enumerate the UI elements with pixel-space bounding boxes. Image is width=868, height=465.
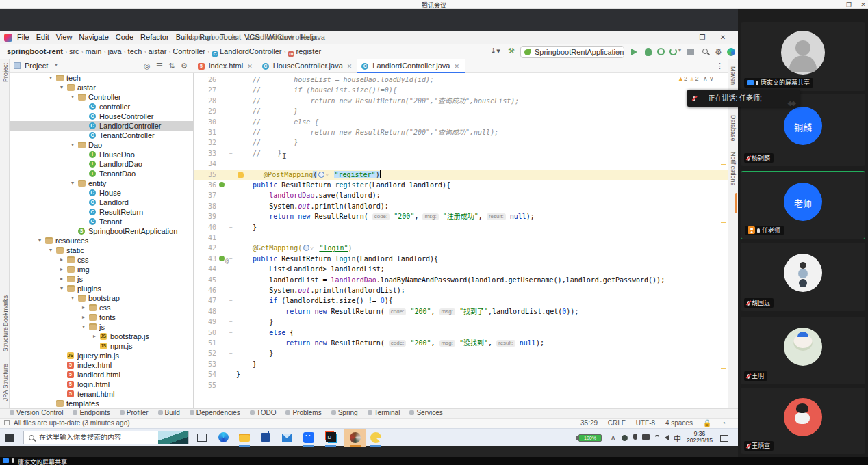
taskbar-search-input[interactable]: 在这里输入你要搜索的内容	[23, 431, 189, 444]
minimize-icon[interactable]: —	[827, 1, 839, 8]
fold-marker-icon[interactable]: −	[229, 295, 233, 306]
code-line-55[interactable]: 55	[194, 380, 728, 390]
caret-position[interactable]: 35:29	[580, 419, 598, 427]
stop-icon[interactable]	[687, 49, 694, 59]
tree-item-TenantDao[interactable]: ITenantDao	[10, 169, 193, 178]
code-line-28[interactable]: 28 // return new ResultReturn("200","查询成…	[194, 96, 728, 106]
tree-item-fonts[interactable]: ▸fonts	[10, 313, 193, 322]
stripe-label-structure[interactable]: Structure	[2, 327, 9, 352]
tree-item-Controller[interactable]: ▾Controller	[10, 92, 193, 102]
intention-bulb-icon[interactable]	[238, 172, 244, 178]
tree-item-tenant.html[interactable]: 5tenant.html	[10, 389, 193, 399]
code-line-34[interactable]: 34	[194, 159, 728, 169]
menu-refactor[interactable]: Refactor	[137, 31, 173, 43]
toolwindow-button-endpoints[interactable]: Endpoints	[73, 409, 110, 416]
toolwindow-button-version-control[interactable]: Version Control	[10, 409, 63, 416]
breadcrumb-item[interactable]: src	[69, 47, 79, 55]
tree-item-plugins[interactable]: ▾plugins	[10, 284, 193, 293]
toolwindow-button-build[interactable]: Build	[158, 409, 180, 416]
tree-item-TenantController[interactable]: CTenantController	[10, 131, 193, 140]
fold-marker-icon[interactable]: −	[229, 180, 233, 190]
chevron-down-icon[interactable]: ▾	[80, 322, 87, 332]
breadcrumb-item[interactable]: register	[296, 47, 321, 55]
tree-item-jquery.min.js[interactable]: JSjquery.min.js	[10, 351, 193, 360]
run-icon[interactable]	[631, 49, 637, 59]
code-line-31[interactable]: 31 // return new ResultReturn("200","查询成…	[194, 127, 728, 137]
chevron-down-icon[interactable]: ▾	[55, 62, 58, 68]
ime-indicator[interactable]: 中	[674, 433, 681, 444]
menu-edit[interactable]: Edit	[33, 31, 53, 43]
code-line-30[interactable]: 30 // else {	[194, 117, 728, 127]
vcs-status-text[interactable]: All files are up-to-date (3 minutes ago)	[14, 419, 130, 427]
code-line-45[interactable]: 45 landlordList = landlordDao.loadByName…	[194, 275, 728, 285]
intellij-idea-app-icon[interactable]	[323, 431, 338, 444]
code-line-47[interactable]: 47− if (landlordList.size() != 0){	[194, 295, 728, 306]
tree-item-js[interactable]: ▾js	[10, 322, 193, 332]
chevron-right-icon[interactable]: ▸	[91, 332, 98, 341]
chevron-down-icon[interactable]: ▾	[69, 178, 76, 188]
tab-options-icon[interactable]: ⋮	[716, 62, 724, 70]
battery-icon[interactable]: 100%	[578, 434, 602, 442]
tree-item-bootstrap.js[interactable]: ▸JSbootstrap.js	[10, 332, 193, 341]
tray-clock[interactable]: 9:36 2022/6/15	[685, 430, 715, 444]
code-line-53[interactable]: 53− }	[194, 359, 728, 369]
code-line-37[interactable]: 37 landlordDao.save(landlord);	[194, 190, 728, 200]
menu-view[interactable]: View	[53, 31, 76, 43]
tree-item-HouseController[interactable]: CHouseController	[10, 111, 193, 121]
tree-item-entity[interactable]: ▾entity	[10, 178, 193, 188]
tree-item-ResultReturn[interactable]: CResultReturn	[10, 207, 193, 217]
idea-restore-icon[interactable]: ❐	[695, 33, 710, 42]
tree-item-login.html[interactable]: 5login.html	[10, 380, 193, 389]
fold-marker-icon[interactable]: −	[229, 359, 233, 369]
code-line-52[interactable]: 52− }	[194, 348, 728, 358]
tree-item-js[interactable]: ▸js	[10, 274, 193, 284]
next-issue-icon[interactable]: ∨	[709, 75, 714, 82]
tray-wifi-icon[interactable]	[654, 432, 661, 442]
highlighted-app-tile[interactable]	[344, 429, 366, 447]
tree-item-Tenant[interactable]: CTenant	[10, 217, 193, 226]
tree-item-resources[interactable]: ▾resources	[10, 236, 193, 245]
tab-index.html[interactable]: 5index.html✕	[194, 59, 258, 73]
file-encoding[interactable]: UTF-8	[636, 419, 655, 427]
code-editor[interactable]: 26 // houseList = houseDao.loadById(id);…	[194, 73, 728, 418]
task-view-icon[interactable]	[194, 431, 209, 444]
code-line-32[interactable]: 32 // }	[194, 137, 728, 148]
menu-code[interactable]: Code	[112, 31, 137, 43]
breadcrumb-item[interactable]: springboot-rent	[7, 47, 63, 55]
error-stripe-mark[interactable]	[721, 368, 726, 369]
tree-item-css[interactable]: ▸css	[10, 255, 193, 265]
code-line-29[interactable]: 29 // }	[194, 106, 728, 116]
edge-icon[interactable]	[216, 431, 231, 444]
code-line-40[interactable]: 40− }	[194, 222, 728, 232]
start-button[interactable]	[5, 434, 14, 442]
update-project-icon[interactable]: ⇣▾	[490, 46, 500, 57]
chevron-right-icon[interactable]: ▸	[58, 255, 65, 265]
code-line-35[interactable]: 35 @PostMapping( "register")	[194, 170, 728, 180]
breadcrumb-item[interactable]: Controller	[173, 47, 205, 55]
menu-navigate[interactable]: Navigate	[75, 31, 112, 43]
notifications-icon[interactable]: ◔	[722, 419, 726, 427]
prev-issue-icon[interactable]: ∧	[703, 75, 708, 82]
chevron-right-icon[interactable]: ▸	[58, 265, 65, 274]
tencent-meeting-app-icon[interactable]	[301, 431, 316, 444]
spring-bean-icon[interactable]	[219, 182, 225, 187]
chevron-down-icon[interactable]: ▾	[69, 92, 76, 102]
chevron-right-icon[interactable]: ▸	[80, 313, 87, 322]
code-line-49[interactable]: 49− }	[194, 317, 728, 327]
fold-marker-icon[interactable]: −	[229, 348, 233, 358]
stripe-label-jpa-structure[interactable]: JPA Structure	[2, 364, 9, 401]
code-line-42[interactable]: 42 @GetMapping( "login")	[194, 243, 728, 253]
fold-marker-icon[interactable]: −	[229, 222, 233, 232]
fold-marker-icon[interactable]: −	[229, 148, 233, 159]
breadcrumb-item[interactable]: aistar	[148, 47, 166, 55]
tree-item-controller[interactable]: Ccontroller	[10, 102, 193, 111]
tree-item-landlord.html[interactable]: 5landlord.html	[10, 370, 193, 380]
breadcrumb-item[interactable]: java	[107, 47, 121, 55]
close-icon[interactable]: ✕	[857, 1, 868, 8]
inspections-widget[interactable]: ▲2 ▲2 ∧ ∨	[678, 75, 714, 82]
chevron-right-icon[interactable]: ▸	[80, 303, 87, 313]
tray-expand-icon[interactable]: ∧	[611, 434, 615, 441]
tree-item-Landlord[interactable]: CLandlord	[10, 198, 193, 207]
spring-bean-icon[interactable]	[219, 256, 225, 261]
participant-tile[interactable]: 唐家文的屏幕共享	[741, 22, 865, 91]
